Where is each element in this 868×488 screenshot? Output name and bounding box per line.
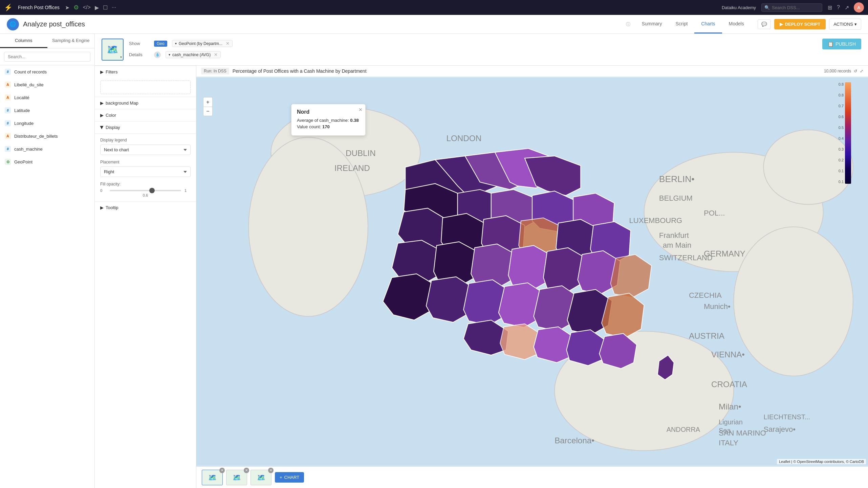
chart-type-thumbnail[interactable]: 🗺️ ▾ <box>102 39 124 61</box>
chart-thumbnail-3: 🗺️ ✕ <box>251 470 272 485</box>
map-tooltip-popup: ✕ Nord Average of cash_machine: 0.38 Val… <box>291 104 366 136</box>
top-nav-actions: ⊞ ? ↗ A <box>828 2 864 13</box>
chart-config: 🗺️ ▾ Show Geo ▾ GeoPoint (by Departm... … <box>95 34 868 66</box>
tab-summary[interactable]: Summary <box>635 15 669 34</box>
tooltip-section-header[interactable]: ▶ Tooltip <box>95 201 196 214</box>
col-type-icon: # <box>5 69 11 75</box>
nav-icon-code[interactable]: </> <box>83 4 91 10</box>
tooltip-region-name: Nord <box>297 109 360 115</box>
tab-charts[interactable]: Charts <box>694 15 722 34</box>
nav-icon-deploy[interactable]: ☐ <box>103 4 108 11</box>
center-area: 🗺️ ▾ Show Geo ▾ GeoPoint (by Departm... … <box>95 34 868 488</box>
filters-drop-zone[interactable] <box>100 81 191 94</box>
nav-icon-send[interactable]: ➤ <box>65 4 69 11</box>
details-field-label: cash_machine (AVG) <box>172 52 211 57</box>
comment-button[interactable]: 💬 <box>758 19 771 29</box>
deploy-script-button[interactable]: ▶ DEPLOY SCRIPT <box>774 19 826 29</box>
top-nav-title[interactable]: French Post Offices <box>18 5 60 10</box>
svg-text:POL...: POL... <box>704 209 725 217</box>
delete-geo-icon[interactable]: ✕ <box>226 41 230 46</box>
dropdown-arrow-icon: ▾ <box>175 42 177 45</box>
placement-select[interactable]: Right Left Top Bottom <box>100 167 191 177</box>
svg-text:Frankfurt: Frankfurt <box>659 231 689 240</box>
column-search-box[interactable] <box>0 48 94 65</box>
delete-details-icon[interactable]: ✕ <box>214 52 218 57</box>
show-config-row: Show Geo ▾ GeoPoint (by Departm... ✕ <box>129 40 817 47</box>
refresh-icon[interactable]: ↺ <box>854 69 857 73</box>
list-item[interactable]: A Localité <box>0 91 94 104</box>
svg-text:Munich•: Munich• <box>704 302 731 311</box>
list-item[interactable]: # Latitude <box>0 104 94 117</box>
search-input[interactable] <box>772 5 819 10</box>
list-item[interactable]: # Longitude <box>0 117 94 130</box>
svg-text:VIENNA•: VIENNA• <box>711 350 745 359</box>
display-label: Display <box>106 125 120 130</box>
display-arrow-icon: ▶ <box>100 126 105 129</box>
filters-section-header[interactable]: ▶ Filters <box>95 66 196 78</box>
geo-chart-icon: 🗺️ <box>107 44 118 55</box>
publish-button[interactable]: 📋 PUBLISH <box>822 39 861 49</box>
color-section-header[interactable]: ▶ Color <box>95 109 196 121</box>
zoom-in-button[interactable]: + <box>203 97 213 107</box>
map-container[interactable]: DUBLIN IRELAND LONDON BERLIN• GERMANY LU… <box>196 77 868 466</box>
fill-opacity-label: Fill opacity: <box>100 182 191 186</box>
list-item[interactable]: A Distributeur_de_billets <box>0 130 94 142</box>
zoom-out-button[interactable]: − <box>203 107 213 116</box>
map-header-right: 10,000 records ↺ ⤢ <box>824 69 863 73</box>
nav-icon-more[interactable]: ··· <box>112 4 116 10</box>
svg-text:am Main: am Main <box>663 241 691 249</box>
details-field-pill[interactable]: ▾ cash_machine (AVG) ✕ <box>166 51 221 58</box>
nav-icon-run[interactable]: ▶ <box>95 4 99 11</box>
page-title: Analyze post_offices <box>23 20 85 28</box>
svg-text:Barcelona•: Barcelona• <box>555 436 594 445</box>
add-chart-icon: + <box>280 475 282 480</box>
main-content: Columns Sampling & Engine # Count of rec… <box>0 34 868 488</box>
list-item[interactable]: A Libellé_du_site <box>0 78 94 91</box>
avatar[interactable]: A <box>854 2 864 13</box>
fill-opacity-slider[interactable] <box>110 190 181 191</box>
tab-models[interactable]: Models <box>722 15 751 34</box>
chart-thumb-delete-3[interactable]: ✕ <box>268 468 274 473</box>
map-chart-title: Percentage of Post Offices with a Cash M… <box>233 68 367 74</box>
chart-thumb-delete-1[interactable]: ✕ <box>219 468 225 473</box>
tab-sampling[interactable]: Sampling & Engine <box>47 34 95 48</box>
search-icon: 🔍 <box>764 5 770 10</box>
svg-text:BERLIN•: BERLIN• <box>659 174 695 184</box>
map-bg-arrow-icon: ▶ <box>100 101 104 106</box>
svg-text:Sarajevo•: Sarajevo• <box>763 425 796 434</box>
geo-field-pill[interactable]: ▾ GeoPoint (by Departm... ✕ <box>172 40 233 47</box>
help-icon[interactable]: ? <box>837 4 840 10</box>
map-zoom-controls: + − <box>203 97 213 116</box>
top-nav-org: Dataiku Academy <box>722 5 756 10</box>
top-nav-search-box[interactable]: 🔍 <box>761 3 822 12</box>
help-circle-icon[interactable]: ⓘ <box>626 21 630 27</box>
map-background-section-header[interactable]: ▶ background Map <box>95 97 196 109</box>
app-logo: 🌐 <box>7 18 19 30</box>
legend-label-03: 0.3 <box>839 147 844 151</box>
nav-icon-settings[interactable]: ⚙ <box>73 4 79 11</box>
record-count: 10,000 records <box>824 69 851 73</box>
actions-button[interactable]: ACTIONS ▾ <box>829 19 861 30</box>
chart-thumb-delete-2[interactable]: ✕ <box>244 468 249 473</box>
tooltip-close-button[interactable]: ✕ <box>359 107 363 112</box>
svg-text:LUXEMBOURG: LUXEMBOURG <box>629 216 682 225</box>
legend-select[interactable]: Next to chart Inside chart None <box>100 145 191 155</box>
svg-text:IRELAND: IRELAND <box>334 163 370 173</box>
display-section-header[interactable]: ▶ Display <box>95 121 196 133</box>
tab-columns[interactable]: Columns <box>0 34 47 48</box>
top-nav-logo: ⚡ <box>4 3 13 12</box>
trend-icon[interactable]: ↗ <box>845 4 849 11</box>
list-item[interactable]: # cash_machine <box>0 142 94 155</box>
grid-icon[interactable]: ⊞ <box>828 4 832 11</box>
list-item[interactable]: # Count of records <box>0 65 94 78</box>
publish-icon: 📋 <box>828 41 833 47</box>
top-nav-icons: ➤ ⚙ </> ▶ ☐ ··· <box>65 4 116 11</box>
osm-label: © OpenStreetMap <box>793 460 823 464</box>
col-type-icon: # <box>5 107 11 113</box>
tab-script[interactable]: Script <box>669 15 695 34</box>
add-chart-button[interactable]: + CHART <box>275 472 304 483</box>
column-search-input[interactable] <box>4 52 90 62</box>
expand-icon[interactable]: ⤢ <box>860 69 863 73</box>
add-chart-label: CHART <box>284 475 300 480</box>
list-item[interactable]: ⊙ GeoPoint <box>0 155 94 168</box>
